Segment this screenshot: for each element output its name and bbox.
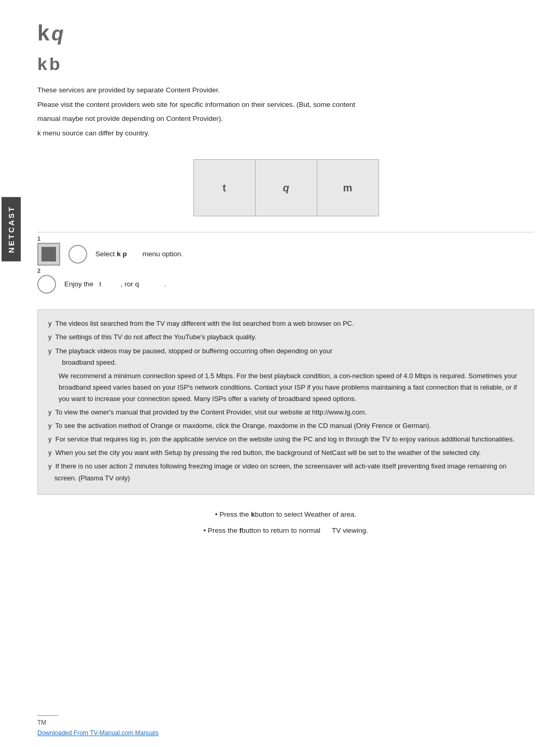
notes-box: y The videos list searched from the TV m… xyxy=(37,309,534,494)
bullet-2-bold: f xyxy=(240,527,242,534)
heading-char-1: k xyxy=(37,21,49,46)
box-label-2: q xyxy=(283,182,289,194)
step-1-icon xyxy=(41,247,56,261)
note-7: y When you set the city you want with Se… xyxy=(48,447,523,459)
note-8: y If there is no user action 2 minutes f… xyxy=(48,461,523,483)
section-divider xyxy=(37,232,534,232)
main-content: k q k b These services are provided by s… xyxy=(22,0,560,747)
step-1-indicator: 1 xyxy=(37,243,60,266)
footer-link[interactable]: Downloaded From TV-Manual.com Manuals xyxy=(37,729,159,737)
note-2: y The settings of this TV do not affect … xyxy=(48,331,523,343)
note-6: y For service that requires log in, join… xyxy=(48,434,523,445)
sidebar-label: NETCAST xyxy=(0,197,22,261)
intro-line3: manual maybe not provide depending on Co… xyxy=(37,113,534,125)
intro-section: These services are provided by separate … xyxy=(37,85,534,139)
intro-line4: k menu source can differ by country. xyxy=(37,128,534,139)
bullet-2: • Press the fbutton to return to normal … xyxy=(37,523,534,537)
step-1-bold: k p xyxy=(117,250,127,258)
note-3-indent: We recommend a minimum connection speed … xyxy=(59,370,523,405)
intro-line1: These services are provided by separate … xyxy=(37,85,534,96)
step-2-number: 2 xyxy=(37,268,40,274)
step-2-indicator: 2 xyxy=(37,275,56,294)
bottom-bullets: • Press the kbutton to select Weather of… xyxy=(37,507,534,537)
sub-heading: k b xyxy=(37,54,534,74)
service-box-3[interactable]: m xyxy=(317,159,379,216)
main-heading: k q xyxy=(37,21,534,46)
step-1-icon-box xyxy=(37,243,60,266)
heading-area: k q k b xyxy=(37,21,534,74)
note-5: y To see the activation method of Orange… xyxy=(48,420,523,432)
service-boxes: t q m xyxy=(37,159,534,216)
service-box-2[interactable]: q xyxy=(255,159,317,216)
footer: TM Downloaded From TV-Manual.com Manuals xyxy=(37,715,534,737)
steps-area: 1 Select k p menu option. 2 Enjo xyxy=(37,243,534,294)
sub-heading-char-2: b xyxy=(49,54,60,74)
sub-heading-char-1: k xyxy=(37,54,47,74)
step-1-circle xyxy=(68,245,87,264)
step-1-number: 1 xyxy=(37,236,40,242)
heading-char-2: q xyxy=(51,23,63,45)
service-box-1[interactable]: t xyxy=(193,159,256,216)
bullet-1: • Press the kbutton to select Weather of… xyxy=(37,507,534,521)
sidebar-label-text: NETCAST xyxy=(2,197,21,261)
step-2-text: Enjoy the t , ror q . xyxy=(64,279,166,289)
footer-line xyxy=(37,715,58,716)
note-3: y The playback videos may be paused, sto… xyxy=(48,345,523,368)
box-label-1: t xyxy=(222,182,226,194)
bullet-1-bold: k xyxy=(251,510,255,518)
sidebar: NETCAST xyxy=(0,0,22,747)
note-4: y To view the owner's manual that provid… xyxy=(48,407,523,418)
step-1-row: 1 Select k p menu option. xyxy=(37,243,534,266)
step-1-text: Select k p menu option. xyxy=(95,249,183,259)
box-label-3: m xyxy=(343,182,353,194)
footer-tm: TM xyxy=(37,719,534,726)
intro-line2: Please visit the content providers web s… xyxy=(37,99,534,110)
note-1: y The videos list searched from the TV m… xyxy=(48,318,523,329)
step-2-circle xyxy=(37,275,56,294)
step-2-row: 2 Enjoy the t , ror q . xyxy=(37,275,534,294)
